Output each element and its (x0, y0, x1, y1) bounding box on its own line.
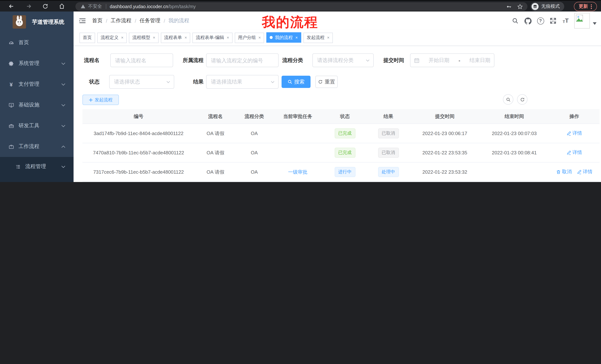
chevron-down-icon (61, 83, 65, 86)
tab-6[interactable]: 我的流程× (266, 32, 301, 43)
close-icon[interactable]: × (295, 35, 298, 39)
sidebar-toggle-icon[interactable] (79, 17, 86, 25)
breadcrumb-task[interactable]: 任务管理 (140, 18, 160, 24)
cell-end-time: 2022-01-23 00:07:03 (480, 124, 549, 143)
create-process-button[interactable]: 发起流程 (82, 95, 119, 105)
sidebar-item-label: 基础设施 (19, 102, 39, 108)
search-icon (288, 79, 292, 84)
sidebar-item-label: 工作流程 (19, 143, 39, 150)
sidebar-item-3[interactable]: 基础设施 (0, 95, 74, 115)
submit-time-range[interactable]: 开始日期 - 结束日期 (410, 53, 494, 67)
avatar[interactable] (574, 13, 590, 29)
browser-home-icon[interactable] (59, 3, 65, 9)
cell-id: 7317cec6-7b9b-11ec-b5b7-acde48001122 (82, 162, 195, 182)
cell-status: 已完成 (323, 182, 367, 182)
cancel-link[interactable]: 取消 (556, 169, 572, 175)
cell-task (272, 143, 323, 162)
detail-link[interactable]: 详情 (577, 169, 592, 175)
app-logo-row[interactable]: 芋道管理系统 (0, 15, 74, 29)
yen-icon: ¥ (8, 81, 14, 87)
sidebar-item-6[interactable]: 流程管理 (0, 157, 74, 176)
browser-back-icon[interactable] (8, 3, 14, 9)
search-button[interactable]: 搜索 (281, 76, 311, 88)
result-select[interactable]: 请选择流结果 (206, 75, 279, 89)
browser-forward-icon[interactable] (26, 3, 32, 9)
sidebar-item-label: 系统管理 (19, 60, 39, 67)
detail-link[interactable]: 详情 (566, 149, 582, 156)
process-name-input[interactable] (110, 53, 173, 67)
status-badge: 已完成 (334, 148, 355, 158)
font-size-icon[interactable]: TT (559, 11, 572, 30)
security-warning-icon (80, 4, 85, 9)
chevron-down-icon (166, 81, 170, 83)
status-select[interactable]: 请选择状态 (109, 75, 174, 89)
browser-reload-icon[interactable] (42, 3, 48, 9)
sidebar-item-1[interactable]: 系统管理 (0, 53, 74, 74)
breadcrumb-workflow[interactable]: 工作流程 (111, 18, 131, 24)
tab-label: 流程模型 (132, 35, 150, 41)
address-bar[interactable]: 不安全 dashboard.yudao.iocoder.cn/bpm/task/… (75, 2, 527, 11)
annotation-title: 我的流程 (262, 13, 318, 31)
incognito-icon (531, 3, 539, 10)
close-icon[interactable]: × (227, 36, 229, 40)
filter-time-label: 提交时间 (383, 57, 404, 64)
avatar-caret-icon[interactable] (593, 22, 597, 25)
tab-7[interactable]: 发起流程× (303, 32, 333, 43)
help-icon[interactable]: ? (534, 11, 547, 30)
tab-0[interactable]: 首页 (80, 32, 95, 43)
header-search-icon[interactable] (509, 11, 521, 30)
tab-1[interactable]: 流程定义× (97, 32, 127, 43)
github-icon[interactable] (521, 11, 534, 30)
cell-result: 通过 (367, 182, 410, 182)
tab-2[interactable]: 流程模型× (129, 32, 159, 43)
task-link[interactable]: 一级审批 (288, 169, 307, 175)
chevron-up-icon (61, 145, 65, 148)
sidebar-item-2[interactable]: ¥支付管理 (0, 74, 74, 95)
cell-category: OA (236, 143, 272, 162)
bookmark-star-icon[interactable] (517, 3, 523, 10)
tab-3[interactable]: 流程表单× (161, 32, 190, 43)
cell-submit-time: 2022-01-23 00:06:17 (410, 124, 480, 143)
table-refresh-icon[interactable] (517, 94, 527, 105)
result-badge: 处理中 (378, 167, 399, 177)
detail-link[interactable]: 详情 (566, 130, 582, 137)
close-icon[interactable]: × (121, 36, 123, 40)
cell-end-time (480, 162, 549, 182)
navbar-actions: ? TT (509, 11, 601, 30)
tabs-bar: 首页流程定义×流程模型×流程表单×流程表单-编辑×用户分组×我的流程×发起流程× (74, 30, 601, 46)
category-select[interactable]: 请选择流程分类 (312, 53, 374, 67)
reset-button[interactable]: 重置 (315, 76, 338, 88)
cell-actions: 详情 (549, 124, 600, 143)
table-search-toggle-icon[interactable] (503, 94, 513, 105)
breadcrumb-home[interactable]: 首页 (92, 18, 102, 24)
sidebar-item-5[interactable]: 工作流程 (0, 136, 74, 157)
sidebar-item-4[interactable]: 研发工具 (0, 115, 74, 136)
calendar-icon (414, 58, 419, 63)
chevron-down-icon (61, 165, 65, 168)
chevron-down-icon (61, 125, 65, 127)
gear-icon (8, 61, 14, 66)
browser-menu-dots-icon[interactable] (591, 4, 592, 9)
update-label: 更新 (579, 3, 588, 10)
tab-label: 用户分组 (238, 35, 256, 41)
sidebar-item-0[interactable]: 首页 (0, 32, 74, 53)
close-icon[interactable]: × (153, 36, 155, 40)
browser-update-button[interactable]: 更新 (574, 2, 597, 11)
result-badge: 已取消 (378, 128, 399, 138)
sidebar-menu: 首页系统管理¥支付管理基础设施研发工具工作流程流程管理任务管理我的流程待办任务已… (0, 32, 74, 182)
password-key-icon[interactable] (506, 3, 512, 10)
close-icon[interactable]: × (259, 36, 261, 40)
date-start-placeholder: 开始日期 (429, 57, 450, 64)
table-row: 7470a810-7b9b-11ec-b5b7-acde48001122OA 请… (82, 143, 600, 162)
tab-5[interactable]: 用户分组× (235, 32, 264, 43)
close-icon[interactable]: × (327, 36, 330, 40)
col-header-3: 当前审批任务 (272, 109, 323, 124)
cell-status: 已完成 (323, 124, 367, 143)
fullscreen-icon[interactable] (547, 11, 559, 30)
close-icon[interactable]: × (185, 36, 187, 40)
result-badge: 已取消 (378, 148, 399, 158)
process-definition-input[interactable] (206, 53, 279, 67)
tab-4[interactable]: 流程表单-编辑× (193, 32, 232, 43)
filter-status-label: 状态 (82, 78, 100, 85)
sidebar-item-7[interactable]: 任务管理 (0, 176, 74, 182)
